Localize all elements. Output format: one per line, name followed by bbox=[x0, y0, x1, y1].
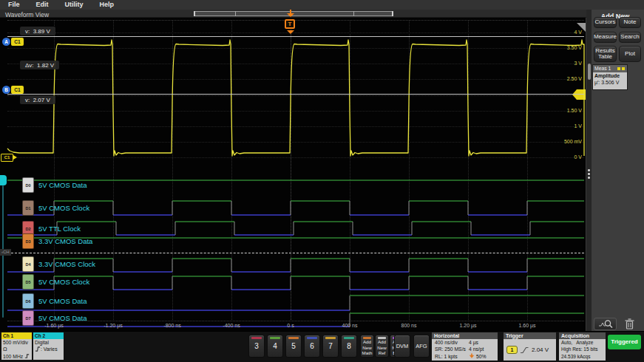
channel1-scale: 500 mV/div bbox=[3, 339, 32, 346]
cursor-a-line[interactable] bbox=[7, 36, 584, 37]
divider-drag-handle-dot[interactable] bbox=[588, 173, 590, 175]
horizontal-setting: RL: 1 kpts bbox=[435, 353, 469, 360]
digital-group-tag[interactable]: ‹CH bbox=[0, 249, 11, 256]
menu-file[interactable]: File bbox=[0, 0, 28, 10]
rail-button-note[interactable]: Note bbox=[619, 17, 641, 28]
channel-color-stripe bbox=[270, 337, 280, 339]
time-label: -400 ns bbox=[214, 323, 249, 328]
pan-bar-right-cap bbox=[392, 11, 393, 16]
cursor-b-badge[interactable]: B bbox=[2, 86, 10, 94]
analog-waveform-ch1 bbox=[7, 40, 584, 156]
digital-label-D2: 5V TTL Clock bbox=[38, 225, 81, 233]
channel-button-label: 6 bbox=[310, 342, 314, 350]
channel1-zero-marker-tip-icon bbox=[13, 155, 17, 160]
digital-wave-D2 bbox=[7, 222, 584, 235]
digital-label-D6: 5V CMOS Data bbox=[38, 297, 87, 305]
add-new-button-line: New bbox=[376, 345, 388, 351]
digital-wave-D6 bbox=[7, 296, 584, 310]
dvm-button[interactable]: DVM bbox=[394, 335, 410, 358]
voltage-label: 4 V bbox=[551, 30, 582, 35]
cursor-a-badge[interactable]: A bbox=[2, 38, 10, 46]
digital-badge-D5[interactable]: D5 bbox=[22, 274, 34, 290]
rail-button-measure[interactable]: Measure bbox=[594, 32, 617, 43]
trigger-source-badge: 1 bbox=[506, 346, 518, 354]
channel1-badge[interactable]: Ch 1 500 mV/div Ω 100 MHz bbox=[1, 332, 32, 360]
voltage-label: 0 V bbox=[551, 154, 582, 160]
add-new-ref-button[interactable]: AddNewRef bbox=[375, 335, 389, 358]
voltage-label: 500 mV bbox=[551, 139, 582, 144]
digital-label-D5: 5V CMOS Clock bbox=[38, 278, 89, 286]
divider-drag-handle-dot[interactable] bbox=[588, 169, 590, 171]
rail-button-plot[interactable]: Plot bbox=[619, 46, 641, 62]
channel-button-7[interactable]: 7 bbox=[322, 335, 339, 358]
menu-utility[interactable]: Utility bbox=[57, 0, 92, 10]
digital-label-D0: 5V CMOS Data bbox=[38, 181, 87, 189]
pan-bar-tick bbox=[235, 11, 236, 16]
cursor-b-line[interactable] bbox=[7, 94, 584, 95]
channel2-badge[interactable]: Ch 2 Digital : Varies bbox=[33, 332, 64, 360]
horizontal-panel[interactable]: Horizontal 400 ns/divSR: 250 MS/sRL: 1 k… bbox=[432, 332, 498, 361]
measurement-badge[interactable]: Meas 1 Amplitude µ′: 3.506 V bbox=[592, 64, 628, 90]
horizontal-setting: SR: 250 MS/s bbox=[435, 346, 469, 352]
measurement-badge-body: Amplitude µ′: 3.506 V bbox=[593, 72, 627, 89]
horizontal-setting: 50% bbox=[469, 353, 487, 360]
digital-group-separator[interactable] bbox=[7, 253, 584, 253]
menu-help[interactable]: Help bbox=[92, 0, 123, 10]
meas-source-square-icon bbox=[617, 67, 620, 70]
digital-badge-D3[interactable]: D3 bbox=[22, 233, 34, 249]
probe-icon bbox=[24, 354, 30, 359]
cursor-delta-readout: Δv: 1.82 V bbox=[20, 61, 59, 69]
add-new-color-stripe bbox=[378, 337, 386, 339]
trigger-panel[interactable]: Trigger 1 2.04 V bbox=[504, 332, 556, 361]
channel-button-label: 8 bbox=[347, 342, 351, 350]
trigger-position-arrow-icon[interactable] bbox=[287, 13, 294, 17]
cursor-b-source-badge[interactable]: C1 bbox=[11, 86, 24, 94]
rail-button-results-table[interactable]: Results Table bbox=[594, 46, 617, 62]
acquisition-panel[interactable]: Acquisition Auto, AnalyzeHigh Res: 15 bi… bbox=[559, 332, 606, 361]
threshold-edge-icon bbox=[35, 346, 41, 352]
zoom-mode-button[interactable] bbox=[594, 318, 617, 330]
digital-badge-D6[interactable]: D6 bbox=[22, 293, 34, 309]
menu-edit[interactable]: Edit bbox=[28, 0, 57, 10]
divider-drag-handle-dot[interactable] bbox=[588, 177, 590, 179]
measurement-name: Meas 1 bbox=[594, 66, 611, 71]
add-new-math-button[interactable]: AddNewMath bbox=[360, 335, 374, 358]
rail-button-search[interactable]: Search bbox=[619, 32, 641, 43]
channel-button-4[interactable]: 4 bbox=[267, 335, 283, 358]
channel1-zero-marker[interactable]: C1 bbox=[1, 154, 13, 162]
channel-button-label: 3 bbox=[254, 342, 259, 350]
channel-button-5[interactable]: 5 bbox=[285, 335, 302, 358]
afg-button[interactable]: AFG bbox=[413, 335, 430, 358]
channel-button-3[interactable]: 3 bbox=[248, 335, 265, 358]
channel1-name: Ch 1 bbox=[1, 332, 32, 339]
digital-badge-D7[interactable]: D7 bbox=[22, 310, 34, 326]
cursor-a-source-badge[interactable]: C1 bbox=[11, 38, 24, 46]
horizontal-setting: 400 ns/div bbox=[435, 339, 469, 346]
channel1-bandwidth: 100 MHz bbox=[3, 353, 32, 360]
channel-button-label: 5 bbox=[291, 342, 296, 350]
trigger-flag[interactable]: T bbox=[285, 19, 295, 29]
time-label: 1.60 µs bbox=[509, 323, 545, 328]
channel-button-6[interactable]: 6 bbox=[304, 335, 320, 358]
digital-badge-D0[interactable]: D0 bbox=[22, 177, 34, 193]
rail-button-cursors[interactable]: Cursors bbox=[594, 17, 617, 28]
channel2-threshold: : Varies bbox=[35, 346, 64, 352]
add-new-button-line: Add bbox=[361, 339, 373, 345]
time-label: -800 ns bbox=[155, 323, 190, 328]
digital-group-handle[interactable] bbox=[0, 175, 7, 185]
oscilloscope-app: FileEditUtilityHelp Waveform View T A C1… bbox=[0, 0, 644, 362]
horizontal-trigger-position: 50% bbox=[476, 354, 487, 359]
add-new-button-line: Math bbox=[361, 350, 373, 356]
add-new-button-line: Ref bbox=[376, 350, 388, 356]
magnifier-icon bbox=[598, 319, 613, 329]
gutter-scrollbar-thumb[interactable] bbox=[588, 64, 591, 80]
channel-color-stripe bbox=[325, 337, 336, 339]
trigger-level-arrow-icon[interactable] bbox=[572, 89, 586, 100]
digital-badge-D4[interactable]: D4 bbox=[22, 256, 34, 272]
channel-button-8[interactable]: 8 bbox=[341, 335, 357, 358]
channel-color-stripe bbox=[251, 337, 262, 339]
view-title[interactable]: Waveform View bbox=[5, 11, 49, 18]
delete-button[interactable] bbox=[621, 318, 638, 330]
trigger-position-icon bbox=[469, 353, 475, 359]
digital-badge-D1[interactable]: D1 bbox=[22, 200, 34, 216]
